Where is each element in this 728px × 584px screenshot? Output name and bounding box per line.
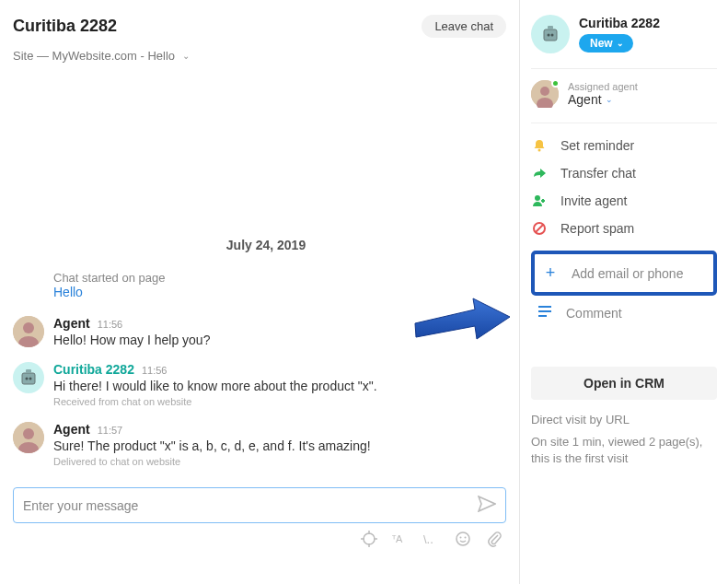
message-text: Hello! How may I help you? (53, 333, 506, 347)
avatar (13, 316, 44, 347)
svg-rect-6 (26, 369, 31, 373)
plus-icon: + (542, 263, 559, 283)
date-separator: July 24, 2019 (13, 238, 519, 252)
assigned-avatar (531, 80, 559, 108)
ban-icon (531, 221, 548, 236)
divider (531, 123, 717, 123)
svg-point-8 (23, 428, 34, 439)
svg-line-30 (536, 225, 543, 232)
chat-title: Curitiba 2282 (13, 17, 117, 36)
svg-text:ᵀA: ᵀA (392, 533, 403, 544)
system-label: Chat started on page (53, 271, 519, 285)
message-author: Agent (53, 316, 90, 331)
online-status-icon (551, 79, 560, 88)
divider (531, 68, 717, 69)
target-icon[interactable] (361, 531, 377, 547)
svg-point-27 (538, 149, 541, 152)
chevron-down-icon: ⌄ (617, 39, 624, 48)
svg-point-1 (23, 322, 34, 333)
message-time: 11:56 (142, 365, 168, 376)
highlighted-action: + Add email or phone (531, 251, 717, 296)
svg-rect-23 (548, 26, 553, 29)
message-row: Curitiba 2282 11:56 Hi there! I would li… (13, 362, 519, 407)
slash-icon[interactable]: \.. (423, 531, 440, 547)
avatar (13, 362, 44, 393)
message-text: Hi there! I would like to know more abou… (53, 379, 506, 393)
message-row: Agent 11:57 Sure! The product "x" is a, … (13, 422, 519, 467)
chevron-down-icon: ⌄ (606, 95, 613, 104)
breadcrumb[interactable]: Site — MyWebsite.com - Hello ⌄ (13, 49, 519, 63)
message-author: Agent (53, 422, 90, 437)
breadcrumb-text: Site — MyWebsite.com - Hello (13, 49, 175, 63)
svg-rect-20 (544, 29, 557, 41)
open-in-crm-button[interactable]: Open in CRM (531, 367, 717, 400)
svg-point-18 (460, 537, 462, 539)
assigned-label: Assigned agent (568, 81, 638, 92)
comment-action[interactable]: Comment (531, 296, 717, 321)
svg-point-28 (535, 195, 540, 201)
send-icon[interactable] (478, 496, 496, 515)
bell-icon (531, 138, 548, 153)
svg-point-22 (551, 34, 554, 37)
composer-toolbar: ᵀA \.. (13, 523, 519, 547)
assigned-agent-dropdown[interactable]: Agent ⌄ (568, 92, 638, 107)
svg-point-25 (540, 87, 549, 96)
message-input[interactable] (23, 498, 478, 513)
contact-name: Curitiba 2282 (579, 16, 660, 30)
svg-point-4 (26, 378, 29, 380)
message-row: Agent 11:56 Hello! How may I help you? (13, 316, 519, 347)
system-message: Chat started on page Hello (53, 271, 519, 299)
report-spam-action[interactable]: Report spam (531, 221, 717, 236)
contact-sidebar: Curitiba 2282 New ⌄ Assigned agent Agent… (519, 0, 728, 584)
svg-text:\..: \.. (423, 532, 433, 546)
avatar (13, 422, 44, 453)
assigned-agent-row: Assigned agent Agent ⌄ (531, 80, 717, 108)
svg-point-10 (364, 533, 375, 544)
leave-chat-button[interactable]: Leave chat (422, 15, 506, 38)
add-email-phone-action[interactable]: + Add email or phone (537, 256, 711, 290)
emoji-icon[interactable] (455, 531, 471, 547)
attachment-icon[interactable] (486, 531, 503, 547)
svg-point-17 (456, 532, 469, 545)
transfer-chat-action[interactable]: Transfer chat (531, 166, 717, 181)
message-meta: Delivered to chat on website (53, 456, 506, 467)
user-plus-icon (531, 193, 548, 208)
visit-source: Direct visit by URL (531, 413, 717, 426)
chat-pane: Curitiba 2282 Leave chat Site — MyWebsit… (0, 0, 519, 584)
invite-agent-action[interactable]: Invite agent (531, 193, 717, 208)
translate-icon[interactable]: ᵀA (392, 531, 409, 547)
system-link[interactable]: Hello (53, 285, 83, 299)
visit-detail: On site 1 min, viewed 2 page(s), this is… (531, 434, 717, 467)
message-time: 11:56 (98, 319, 123, 330)
message-author: Curitiba 2282 (53, 362, 134, 377)
svg-point-19 (465, 537, 467, 539)
status-badge[interactable]: New ⌄ (579, 34, 633, 53)
forward-icon (531, 166, 548, 181)
message-text: Sure! The product "x" is a, b, c, d, e, … (53, 438, 506, 453)
svg-rect-3 (22, 373, 35, 384)
contact-avatar (531, 15, 570, 53)
message-time: 11:57 (98, 425, 123, 436)
message-meta: Received from chat on website (53, 396, 506, 407)
svg-point-5 (29, 378, 32, 380)
svg-point-21 (548, 34, 550, 37)
chevron-down-icon: ⌄ (182, 51, 190, 61)
set-reminder-action[interactable]: Set reminder (531, 138, 717, 153)
comment-icon (537, 305, 553, 321)
message-composer (13, 487, 506, 523)
